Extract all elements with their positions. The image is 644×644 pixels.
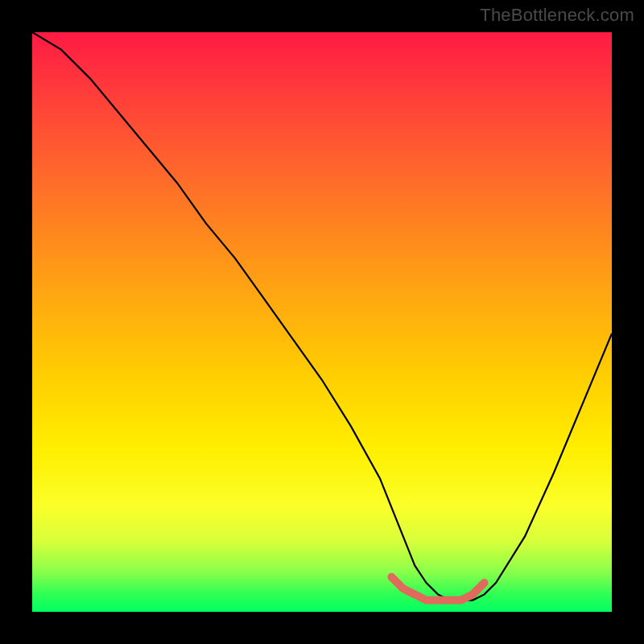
optimal-range-highlight (391, 577, 484, 601)
plot-area (32, 32, 612, 612)
watermark-text: TheBottleneck.com (480, 5, 634, 26)
chart-frame: TheBottleneck.com (0, 0, 644, 644)
chart-svg (32, 32, 612, 612)
bottleneck-curve (32, 32, 612, 601)
